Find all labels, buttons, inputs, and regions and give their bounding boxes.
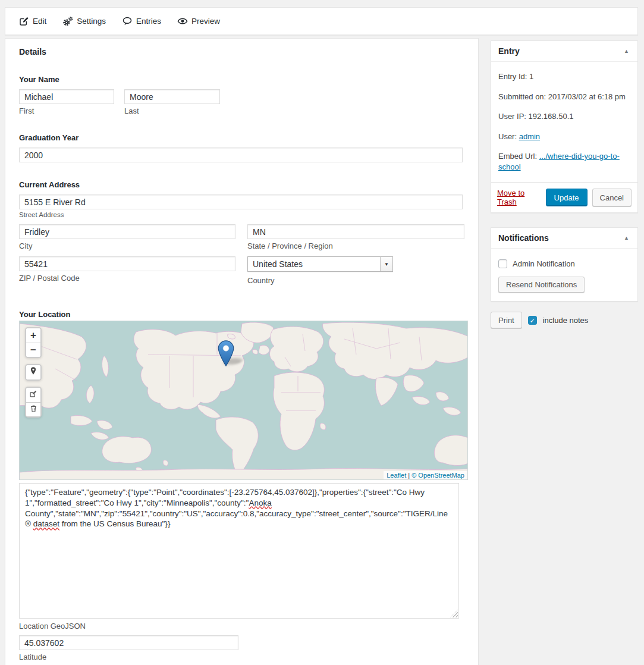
city-input[interactable] bbox=[19, 224, 235, 239]
sidebar: Entry ▲ Entry Id: 1 Submitted on: 2017/0… bbox=[491, 40, 638, 328]
location-field-label: Your Location bbox=[19, 310, 463, 319]
location-marker[interactable] bbox=[218, 340, 234, 369]
street-address-sublabel: Street Address bbox=[19, 211, 463, 218]
first-name-input[interactable] bbox=[19, 89, 114, 104]
embed-prefix: Embed Url: bbox=[498, 152, 539, 161]
chevron-down-icon: ▼ bbox=[380, 257, 392, 271]
zip-sublabel: ZIP / Postal Code bbox=[19, 274, 235, 283]
preview-icon bbox=[177, 16, 188, 27]
location-map[interactable]: + − bbox=[19, 321, 468, 480]
details-title: Details bbox=[19, 47, 463, 57]
map-zoom-in-button[interactable]: + bbox=[26, 328, 40, 343]
user-prefix: User: bbox=[498, 132, 519, 141]
cancel-button[interactable]: Cancel bbox=[592, 189, 632, 206]
leaflet-link[interactable]: Leaflet bbox=[387, 472, 406, 479]
name-field-label: Your Name bbox=[19, 75, 463, 84]
notifications-panel: Notifications ▲ Admin Notification Resen… bbox=[491, 227, 638, 302]
map-zoom-out-button[interactable]: − bbox=[26, 343, 40, 357]
resize-grip[interactable] bbox=[450, 610, 458, 617]
entry-panel: Entry ▲ Entry Id: 1 Submitted on: 2017/0… bbox=[491, 40, 638, 213]
entry-panel-header: Entry ▲ bbox=[491, 41, 637, 62]
geojson-value: {"type":"Feature","geometry":{"type":"Po… bbox=[25, 488, 448, 528]
collapse-icon[interactable]: ▲ bbox=[623, 47, 630, 55]
toolbar-entries-label: Entries bbox=[136, 17, 161, 26]
map-edit-button[interactable] bbox=[26, 388, 40, 402]
zoom-control-group: + − bbox=[25, 327, 42, 358]
include-notes-checkbox[interactable]: ✓ bbox=[528, 316, 537, 325]
map-delete-button[interactable] bbox=[26, 402, 40, 416]
collapse-icon[interactable]: ▲ bbox=[623, 234, 630, 242]
notifications-panel-title: Notifications bbox=[498, 233, 549, 243]
edit-control-group bbox=[25, 387, 42, 418]
latitude-input[interactable] bbox=[19, 635, 238, 650]
geojson-textarea[interactable]: {"type":"Feature","geometry":{"type":"Po… bbox=[19, 483, 459, 619]
city-sublabel: City bbox=[19, 241, 235, 250]
map-locate-button[interactable] bbox=[26, 365, 40, 379]
map-attribution: Leaflet | © OpenStreetMap bbox=[384, 471, 467, 479]
embed-url-row: Embed Url: .../where-did-you-go-to-schoo… bbox=[498, 151, 630, 172]
map-controls: + − bbox=[25, 327, 42, 424]
settings-icon bbox=[62, 16, 73, 27]
last-name-input[interactable] bbox=[124, 89, 220, 104]
country-select-value: United States bbox=[248, 259, 380, 269]
resend-notifications-button[interactable]: Resend Notifications bbox=[498, 277, 585, 293]
last-name-sublabel: Last bbox=[124, 106, 220, 115]
map-edit-icon bbox=[29, 389, 37, 401]
notifications-panel-header: Notifications ▲ bbox=[491, 228, 637, 249]
graduation-field-label: Graduation Year bbox=[19, 133, 463, 142]
toolbar-preview-label: Preview bbox=[191, 17, 220, 26]
print-button[interactable]: Print bbox=[491, 312, 522, 328]
geojson-sublabel: Location GeoJSON bbox=[19, 622, 463, 631]
latitude-sublabel: Latitude bbox=[19, 653, 463, 661]
graduation-year-input[interactable] bbox=[19, 148, 463, 162]
toolbar-preview[interactable]: Preview bbox=[177, 16, 220, 27]
toolbar-edit-label: Edit bbox=[33, 17, 46, 26]
user-link[interactable]: admin bbox=[519, 132, 540, 141]
entry-details-panel: Details Your Name First Last Graduation … bbox=[5, 38, 479, 665]
entry-panel-actions: Move to Trash Update Cancel bbox=[491, 182, 637, 212]
trash-icon bbox=[30, 404, 37, 416]
world-map-tiles bbox=[20, 321, 468, 480]
submitted-on-row: Submitted on: 2017/03/02 at 6:18 pm bbox=[498, 92, 630, 102]
entry-id-row: Entry Id: 1 bbox=[498, 71, 630, 82]
edit-icon bbox=[19, 16, 29, 26]
toolbar-settings[interactable]: Settings bbox=[62, 16, 106, 27]
entry-panel-title: Entry bbox=[498, 46, 520, 56]
zip-input[interactable] bbox=[19, 256, 235, 271]
toolbar-edit[interactable]: Edit bbox=[19, 16, 46, 26]
state-sublabel: State / Province / Region bbox=[247, 241, 464, 250]
entry-panel-body: Entry Id: 1 Submitted on: 2017/03/02 at … bbox=[491, 62, 637, 182]
locate-control-group bbox=[25, 364, 42, 381]
country-select[interactable]: United States ▼ bbox=[247, 256, 393, 272]
attribution-separator: | bbox=[406, 472, 411, 479]
user-row: User: admin bbox=[498, 131, 630, 142]
print-row: Print ✓ include notes bbox=[491, 312, 638, 328]
address-field-label: Current Address bbox=[19, 180, 463, 189]
street-address-input[interactable] bbox=[19, 195, 463, 209]
update-button[interactable]: Update bbox=[546, 189, 588, 206]
entries-icon bbox=[122, 16, 133, 27]
notifications-panel-body: Admin Notification Resend Notifications bbox=[491, 249, 637, 301]
first-name-sublabel: First bbox=[19, 106, 114, 115]
move-to-trash-link[interactable]: Move to Trash bbox=[497, 189, 546, 206]
form-toolbar: Edit Settings Entries bbox=[5, 7, 638, 35]
toolbar-settings-label: Settings bbox=[77, 17, 106, 26]
openstreetmap-link[interactable]: © OpenStreetMap bbox=[411, 472, 464, 479]
map-pin-icon bbox=[29, 366, 37, 378]
toolbar-entries[interactable]: Entries bbox=[122, 16, 161, 27]
state-input[interactable] bbox=[247, 224, 464, 239]
country-sublabel: Country bbox=[247, 276, 463, 285]
user-ip-row: User IP: 192.168.50.1 bbox=[498, 111, 630, 122]
admin-notification-label: Admin Notification bbox=[513, 259, 575, 268]
include-notes-label: include notes bbox=[543, 316, 589, 325]
admin-notification-checkbox[interactable] bbox=[498, 259, 507, 268]
